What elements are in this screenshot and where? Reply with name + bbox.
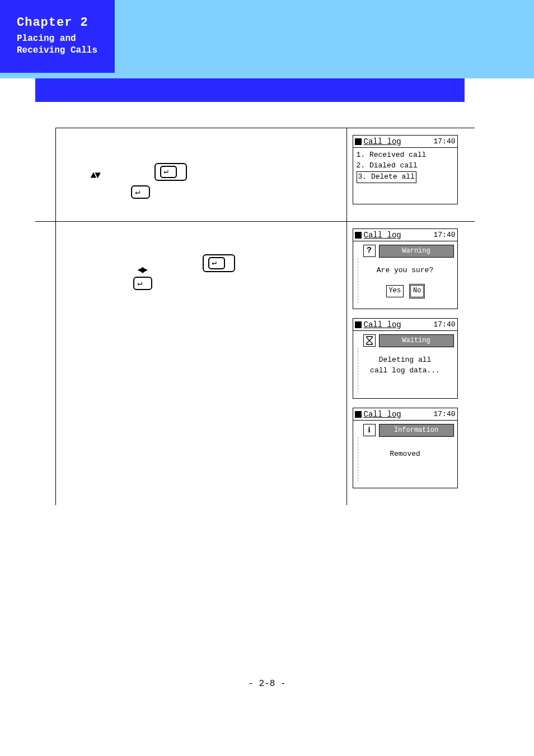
title-square-icon — [355, 138, 362, 145]
screen-time: 17:40 — [433, 137, 455, 146]
page-header: Chapter 2 Placing and Receiving Calls — [0, 0, 534, 104]
menu-item: 1. Received call — [357, 150, 454, 161]
chapter-subtitle: Placing and Receiving Calls — [17, 33, 105, 57]
dotted-divider — [358, 437, 358, 482]
dialog-label: Waiting — [379, 334, 454, 347]
title-square-icon — [355, 411, 362, 418]
section-strip — [35, 78, 465, 102]
dialog-text: Deleting all call log data... — [357, 355, 454, 376]
screenshot-cell: Call log 17:40 ? Warning Are you sure? Y… — [346, 222, 475, 506]
step-description-cell: ◀▶ — [55, 222, 346, 506]
title-square-icon — [355, 232, 362, 239]
screen-title: Call log — [364, 320, 434, 329]
screen-time: 17:40 — [433, 320, 455, 329]
hourglass-icon — [363, 334, 376, 347]
enter-key-icon — [133, 277, 152, 290]
screen-information-dialog: Call log 17:40 i Information Removed — [353, 408, 458, 488]
screen-title: Call log — [364, 410, 434, 419]
enter-key-icon — [131, 185, 150, 199]
info-icon: i — [363, 424, 376, 436]
screenshot-cell: Call log 17:40 1. Received call 2. Diale… — [346, 128, 475, 222]
screen-warning-dialog: Call log 17:40 ? Warning Are you sure? Y… — [353, 228, 458, 309]
step-number-cell — [35, 128, 55, 222]
screen-call-log-menu: Call log 17:40 1. Received call 2. Diale… — [353, 135, 458, 204]
screen-title: Call log — [364, 137, 434, 146]
question-icon: ? — [363, 245, 376, 257]
left-right-arrow-icon: ◀▶ — [138, 263, 147, 276]
screen-waiting-dialog: Call log 17:40 Waiting Deleting all call… — [353, 318, 458, 399]
dialog-text: Are you sure? — [357, 265, 454, 276]
content-area: ▲▼ Call log 17:40 1. Received call 2. Di… — [35, 128, 475, 505]
dotted-divider — [358, 258, 358, 303]
no-button: No — [410, 285, 424, 297]
screen-time: 17:40 — [433, 410, 455, 418]
menu-item: 2. Dialed call — [357, 161, 454, 171]
chapter-title: Chapter 2 — [17, 16, 105, 30]
step-description-cell: ▲▼ — [55, 128, 346, 222]
enter-key-icon — [154, 163, 187, 184]
step-number-cell — [35, 222, 55, 506]
dialog-label: Warning — [379, 245, 454, 258]
enter-key-icon — [203, 254, 235, 275]
chapter-box: Chapter 2 Placing and Receiving Calls — [0, 0, 115, 73]
yes-button: Yes — [386, 285, 404, 297]
title-square-icon — [355, 321, 362, 328]
up-down-arrow-icon: ▲▼ — [91, 170, 100, 181]
dialog-text: Removed — [357, 449, 454, 460]
screen-time: 17:40 — [433, 231, 455, 239]
page-number: - 2-8 - — [0, 679, 534, 689]
dotted-divider — [358, 348, 358, 393]
dialog-label: Information — [379, 424, 454, 437]
steps-table: ▲▼ Call log 17:40 1. Received call 2. Di… — [35, 128, 475, 505]
screen-title: Call log — [364, 231, 434, 240]
menu-item-selected: 3. Delete all — [357, 171, 454, 183]
